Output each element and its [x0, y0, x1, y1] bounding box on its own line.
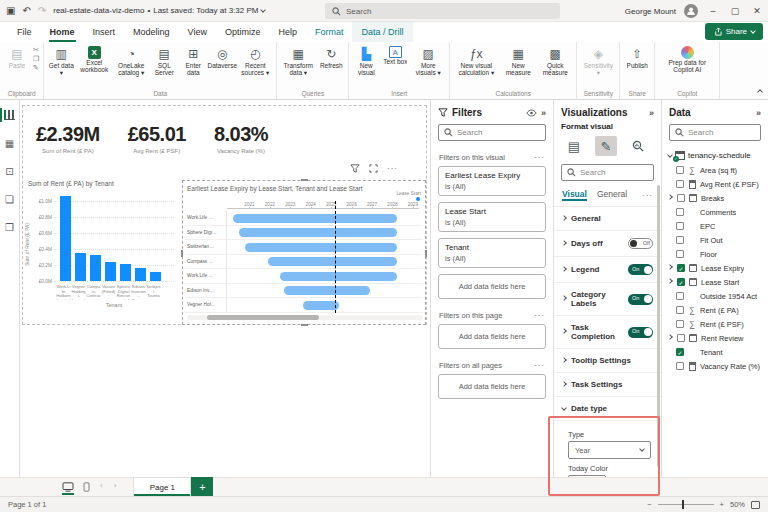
bar[interactable]: [60, 196, 71, 281]
field-comments[interactable]: Comments: [662, 205, 768, 219]
add-data-fields-dropzone[interactable]: Add data fields here: [438, 274, 546, 299]
zoom-slider[interactable]: [658, 504, 714, 505]
tab-visual[interactable]: Visual: [562, 189, 587, 201]
build-visual-icon[interactable]: ▤: [563, 136, 585, 156]
copy-icon[interactable]: ❐: [33, 55, 39, 63]
field-vacancy-rate[interactable]: Vacancy Rate (%): [662, 359, 768, 373]
field-checkbox[interactable]: [676, 222, 684, 230]
format-section-tooltip-settings[interactable]: Tooltip Settings: [554, 349, 661, 373]
field-checkbox[interactable]: [676, 292, 684, 300]
bar[interactable]: [150, 272, 161, 281]
bar[interactable]: [135, 268, 146, 281]
format-section-general[interactable]: General: [554, 207, 661, 231]
gantt-bar[interactable]: [233, 214, 396, 223]
close-button[interactable]: ✕: [750, 6, 764, 16]
field-checkbox[interactable]: [677, 334, 685, 342]
expand-field-icon[interactable]: [667, 334, 673, 340]
field-lease-expiry[interactable]: ✓Lease Expiry: [662, 261, 768, 275]
scrollbar[interactable]: [657, 185, 660, 467]
prep-data-for-copilot-ai-button[interactable]: Prep data for Copilot AI: [658, 45, 716, 76]
ribbon-tab-modeling[interactable]: Modeling: [124, 22, 179, 42]
sensitivity-button[interactable]: ◈Sensitivity ▾: [580, 45, 616, 79]
add-data-fields-dropzone[interactable]: Add data fields here: [438, 374, 546, 399]
field-breaks[interactable]: Breaks: [662, 191, 768, 205]
zoom-out-icon[interactable]: −: [647, 500, 651, 509]
ribbon-tab-data-drill[interactable]: Data / Drill: [352, 22, 412, 42]
dataverse-button[interactable]: ◎Dataverse: [208, 45, 236, 79]
kpi-card-sum-of-rent-pa[interactable]: £2.39MSum of Rent (£ PA): [30, 110, 106, 166]
field-rent-psf[interactable]: ∑Rent (£ PSF): [662, 317, 768, 331]
table-view-button[interactable]: ▦: [0, 134, 20, 152]
resize-handle-top[interactable]: [301, 179, 308, 181]
global-search-input[interactable]: Search: [325, 3, 560, 19]
field-rent-pa[interactable]: ∑Rent (£ PA): [662, 303, 768, 317]
sql-server-button[interactable]: ▤SQL Server: [150, 45, 178, 79]
undo-icon[interactable]: ↶: [22, 5, 30, 16]
field-checkbox[interactable]: [676, 306, 684, 314]
bar-chart-visual[interactable]: Sum of Rent (£ PA) by TenantSum of Rent …: [26, 178, 180, 318]
field-checkbox[interactable]: [676, 180, 684, 188]
format-section-task-settings[interactable]: Task Settings: [554, 373, 661, 397]
field-area-sq-ft[interactable]: ∑Area (sq ft): [662, 163, 768, 177]
expand-field-icon[interactable]: [667, 264, 673, 270]
task-completion-toggle[interactable]: On: [628, 327, 653, 338]
field-checkbox[interactable]: [676, 236, 684, 244]
cut-icon[interactable]: ✂: [33, 46, 39, 54]
field-tenant[interactable]: ✓Tenant: [662, 345, 768, 359]
collapse-pane-icon[interactable]: »: [541, 108, 546, 118]
user-name[interactable]: George Mount: [625, 7, 676, 16]
filter-card-lease-start[interactable]: Lease Startis (All): [438, 202, 546, 232]
redo-icon[interactable]: ↷: [38, 5, 46, 16]
gantt-bar[interactable]: [268, 257, 397, 266]
minimize-button[interactable]: –: [706, 6, 720, 16]
analytics-icon[interactable]: [627, 136, 649, 156]
field-checkbox[interactable]: [676, 250, 684, 258]
gantt-bar[interactable]: [284, 286, 370, 295]
data-search-input[interactable]: Search: [669, 124, 761, 141]
field-checkbox[interactable]: [676, 166, 684, 174]
format-section-days-off[interactable]: Days offOff: [554, 231, 661, 257]
gantt-chart-visual[interactable]: Earliest Lease Expiry by Lease Start, Te…: [182, 180, 426, 325]
focus-mode-icon[interactable]: [369, 164, 378, 173]
field-epc[interactable]: EPC: [662, 219, 768, 233]
ribbon-tab-home[interactable]: Home: [41, 22, 84, 42]
maximize-button[interactable]: ▢: [728, 6, 742, 16]
ribbon-tab-file[interactable]: File: [8, 22, 41, 42]
days-off-toggle[interactable]: Off: [628, 238, 653, 249]
ribbon-tab-help[interactable]: Help: [269, 22, 306, 42]
ribbon-tab-insert[interactable]: Insert: [84, 22, 125, 42]
field-checkbox[interactable]: ✓: [676, 348, 684, 356]
filter-card-tenant[interactable]: Tenantis (All): [438, 238, 546, 268]
more-options-icon[interactable]: ···: [534, 361, 545, 370]
format-section-date-type[interactable]: Date type: [554, 397, 661, 421]
bar[interactable]: [105, 262, 116, 281]
next-page-icon[interactable]: ›: [113, 481, 118, 493]
gantt-bar[interactable]: [303, 301, 340, 310]
share-button[interactable]: Share: [705, 23, 763, 40]
field-lease-start[interactable]: ✓Lease Start: [662, 275, 768, 289]
type-dropdown[interactable]: Year: [568, 441, 651, 459]
resize-handle-bottom[interactable]: [301, 324, 308, 326]
save-icon[interactable]: ▣: [6, 5, 15, 16]
resize-handle-left[interactable]: [181, 250, 183, 257]
filters-search-input[interactable]: Search: [438, 124, 546, 141]
publish-button[interactable]: ⇧Publish: [623, 45, 651, 79]
tmdl-view-button[interactable]: ❐: [0, 218, 20, 236]
previous-page-icon[interactable]: ‹: [99, 481, 104, 493]
more-visuals-button[interactable]: ▨More visuals ▾: [410, 45, 446, 79]
new-measure-button[interactable]: ▦New measure: [500, 45, 536, 79]
visualizations-search-input[interactable]: Search: [561, 164, 654, 181]
field-checkbox[interactable]: ✓: [677, 278, 685, 286]
dax-query-view-button[interactable]: ❏: [0, 190, 20, 208]
more-options-icon[interactable]: ···: [642, 191, 653, 200]
collapse-pane-icon[interactable]: »: [756, 108, 761, 118]
legend-toggle[interactable]: On: [628, 264, 653, 275]
resize-handle-right[interactable]: [425, 250, 427, 257]
fit-to-page-icon[interactable]: [751, 501, 760, 509]
table-tenancy-schedule[interactable]: tenancy-schedule: [662, 147, 768, 163]
format-section-task-completion[interactable]: Task CompletionOn: [554, 316, 661, 349]
kpi-card-avg-rent-psf[interactable]: £65.01Avg Rent (£ PSF): [122, 110, 192, 166]
more-options-icon[interactable]: ···: [534, 311, 545, 320]
field-checkbox[interactable]: ✓: [677, 264, 685, 272]
excel-workbook-button[interactable]: XExcel workbook: [76, 45, 112, 76]
